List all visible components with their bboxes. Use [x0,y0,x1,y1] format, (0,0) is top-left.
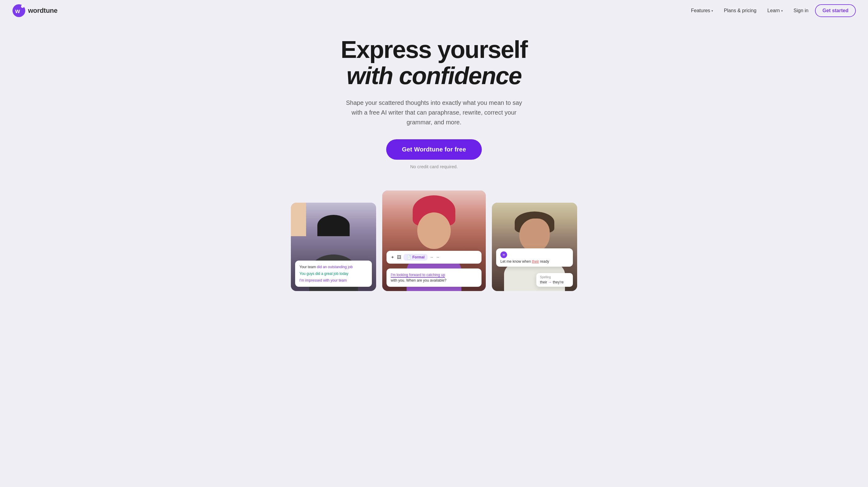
nav-learn[interactable]: Learn ▾ [763,5,787,16]
sparkle-icon: ✦ [391,255,394,260]
nav-get-started-button[interactable]: Get started [815,4,856,17]
nav-signin[interactable]: Sign in [789,5,813,16]
image-icon: 🖼 [397,255,401,260]
features-chevron-icon: ▾ [711,9,713,12]
center-text-rest: with you. [391,278,405,283]
svg-text:w: w [15,8,20,14]
learn-chevron-icon: ▾ [781,9,783,12]
hero-subtitle: Shape your scattered thoughts into exact… [343,98,525,127]
right-chat-overlay: w Let me know when their ready [496,248,573,267]
center-text-highlight: I'm looking forward to catching up [391,273,445,278]
strikethrough-word: their [532,259,539,264]
navbar: w wordtune Features ▾ Plans & pricing Le… [0,0,868,21]
hero-cards: Your team did an outstanding job You guy… [0,181,868,291]
hero-title-line2: with confidence [347,62,522,89]
spelling-to: they're [553,280,564,284]
spelling-from: their [540,280,547,284]
center-toolbar: ✦ 🖼 📄 Formal ↔ ↔ [386,251,482,264]
logo[interactable]: w wordtune [12,4,58,18]
formal-icon: 📄 [407,255,411,259]
formal-label: Formal [412,255,425,259]
collapse-icon: ↔ [436,255,440,259]
right-chat-text: Let me know when their ready [500,259,569,264]
wordtune-logo-icon: w [12,4,26,18]
spelling-correction-text: their → they're [540,280,569,284]
formal-button[interactable]: 📄 Formal [404,254,428,261]
no-credit-card-text: No credit card required. [410,164,458,169]
spelling-arrow: → [548,280,553,284]
hero-cta-button[interactable]: Get Wordtune for free [386,139,482,160]
head-left [291,203,306,236]
card-left: Your team did an outstanding job You guy… [291,203,376,291]
overlay-line1: Your team did an outstanding job [299,264,368,270]
center-text-overlay: I'm looking forward to catching up with … [386,268,482,287]
logo-text: wordtune [28,7,58,15]
nav-features[interactable]: Features ▾ [687,5,717,16]
head-center [417,212,451,249]
overlay-line2: You guys did a great job today [299,271,368,277]
nav-links: Features ▾ Plans & pricing Learn ▾ Sign … [687,4,856,17]
head-right [519,219,550,252]
hero-title-line1: Express yourself [341,36,527,63]
spelling-correction-box: Spelling their → they're [536,273,573,287]
nav-plans-pricing[interactable]: Plans & pricing [720,5,761,16]
card-center: ✦ 🖼 📄 Formal ↔ ↔ I'm looking forward to … [382,191,486,291]
card-left-overlay: Your team did an outstanding job You guy… [295,261,372,287]
center-text-question: When are you available? [406,278,446,283]
hair-left [317,215,350,236]
overlay-highlight1: did an outstanding job [317,265,353,269]
card-right: w Let me know when their ready Spelling … [492,203,577,291]
hero-title: Express yourself with confidence [341,36,527,89]
spelling-label: Spelling [540,276,569,279]
wordtune-chat-icon: w [500,251,507,258]
hero-section: Express yourself with confidence Shape y… [0,0,868,181]
expand-icon: ↔ [430,255,434,259]
overlay-line3: I'm impressed with your team [299,278,368,283]
